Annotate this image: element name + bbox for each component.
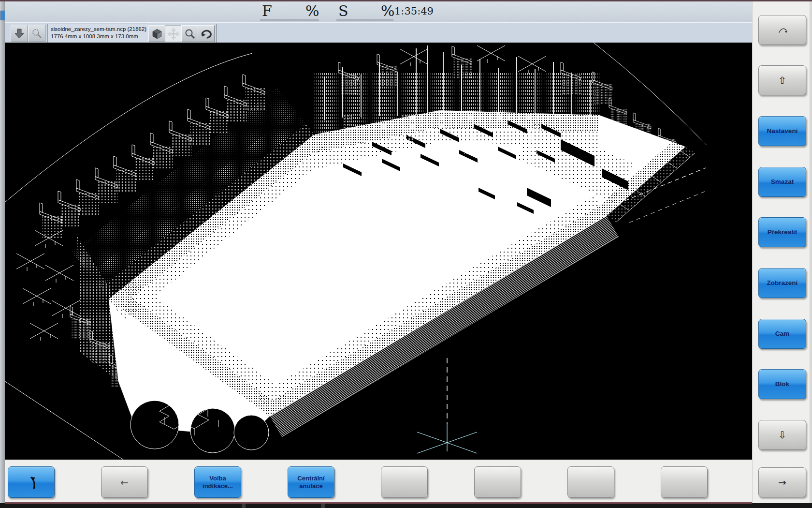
- softkey-arrow-left[interactable]: ←: [101, 466, 148, 498]
- right-softkey-panel: ⇧ Nastavení Smazat Překreslit Zobrazení …: [752, 1, 810, 503]
- status-bar: F % S % 1:35:49: [5, 1, 753, 23]
- window-bottom-border: [0, 503, 812, 508]
- softkey-curve-arrow[interactable]: [758, 15, 806, 45]
- softkey-zobrazeni[interactable]: Zobrazení: [758, 268, 806, 298]
- toolpath-canvas[interactable]: [5, 43, 752, 460]
- softkey-cam[interactable]: Cam: [758, 319, 806, 349]
- program-filename: sisoidne_zarezy_sem-tam.ncp (21862): [51, 26, 147, 33]
- softkey-nastaveni[interactable]: Nastavení: [758, 116, 806, 146]
- frame-notch: [242, 503, 246, 508]
- feed-label: F: [262, 2, 272, 19]
- zoom-select-icon[interactable]: [28, 25, 45, 42]
- pan-icon[interactable]: [165, 25, 182, 42]
- feed-percent: %: [305, 2, 319, 19]
- spindle-underline: [336, 19, 393, 21]
- toolpath-visualization: [5, 43, 752, 460]
- softkey-smazat[interactable]: Smazat: [758, 167, 806, 197]
- arrow-right-icon: →: [778, 477, 786, 488]
- softkey-arrow-right[interactable]: →: [758, 467, 806, 497]
- undo-icon[interactable]: [198, 25, 215, 42]
- softkey-empty-2[interactable]: [474, 466, 521, 498]
- program-dimensions: 1776.4mm x 1008.3mm x 173.0mm: [51, 33, 147, 40]
- softkey-arrow-up[interactable]: ⇧: [758, 65, 806, 95]
- frame-notch: [321, 503, 325, 508]
- clock: 1:35:49: [394, 5, 434, 17]
- softkey-arrow-down[interactable]: ⇩: [758, 420, 806, 450]
- load-arrow-icon[interactable]: [11, 25, 28, 42]
- feed-underline: [260, 19, 319, 21]
- spindle-percent: %: [381, 2, 395, 19]
- bottom-softkey-panel: ← Volba indikace... Centrální anulace: [5, 460, 752, 504]
- softkey-empty-4[interactable]: [661, 466, 708, 498]
- magnifier-icon[interactable]: [181, 25, 198, 42]
- softkey-volba-indikace[interactable]: Volba indikace...: [194, 466, 241, 498]
- program-info-box: sisoidne_zarezy_sem-tam.ncp (21862) 1776…: [47, 24, 151, 45]
- softkey-empty-3[interactable]: [567, 466, 614, 498]
- arrow-down-icon: ⇩: [778, 429, 786, 441]
- softkey-prekreslit[interactable]: Překreslit: [758, 217, 806, 247]
- spindle-label: S: [338, 2, 348, 19]
- softkey-blok[interactable]: Blok: [758, 369, 806, 399]
- arrow-up-icon: ⇧: [778, 75, 786, 86]
- graphics-toolbar: sisoidne_zarezy_sem-tam.ncp (21862) 1776…: [5, 22, 753, 44]
- curve-arrow-icon: [775, 23, 790, 37]
- cnc-control-screen: F % S % 1:35:49 sisoidne_zarezy_sem-tam.…: [0, 0, 812, 508]
- softkey-centralni-anulace[interactable]: Centrální anulace: [288, 466, 334, 498]
- view-tool-group: [147, 24, 217, 43]
- softkey-back[interactable]: [8, 466, 55, 498]
- softkey-empty-1[interactable]: [381, 466, 428, 498]
- arrow-left-icon: ←: [120, 477, 129, 488]
- back-arrow-icon: [23, 474, 40, 491]
- cube-icon[interactable]: [148, 25, 165, 42]
